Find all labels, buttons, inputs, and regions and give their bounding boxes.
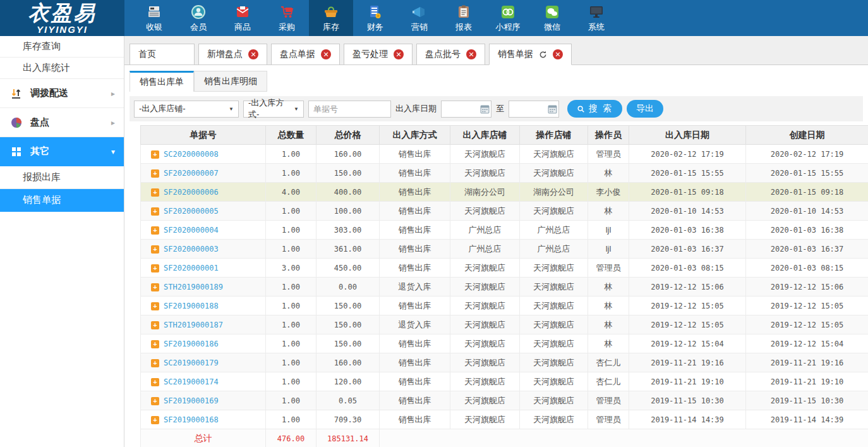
expand-row-icon[interactable]: + bbox=[151, 397, 159, 405]
table-row[interactable]: +SC20190001741.00120.00销售出库天河旗舰店天河旗舰店杏仁儿… bbox=[141, 372, 868, 391]
bill-link[interactable]: SC2020000008 bbox=[164, 150, 219, 159]
table-row[interactable]: +SF20200000013.00450.00销售出库天河旗舰店天河旗舰店管理员… bbox=[141, 259, 868, 278]
sidebar-item[interactable]: 库存查询 bbox=[0, 36, 124, 58]
store-select[interactable]: -出入库店铺- ▼ bbox=[134, 101, 239, 118]
sidebar-item[interactable]: 出入库统计 bbox=[0, 58, 124, 79]
method-select[interactable]: -出入库方式- ▼ bbox=[243, 101, 304, 118]
cell: 天河旗舰店 bbox=[450, 334, 520, 353]
table-row[interactable]: +SF20190001861.00150.00销售出库天河旗舰店天河旗舰店林20… bbox=[141, 334, 868, 353]
nav-item-marketing[interactable]: 营销 bbox=[397, 0, 442, 36]
sidebar-item[interactable]: 其它▾ bbox=[0, 137, 124, 166]
bill-link[interactable]: STH2019000187 bbox=[164, 321, 223, 329]
bill-link[interactable]: SF2020000004 bbox=[164, 226, 219, 235]
cell: 160.00 bbox=[316, 145, 380, 164]
expand-row-icon[interactable]: + bbox=[151, 169, 159, 178]
bill-link[interactable]: SF2020000006 bbox=[164, 188, 219, 197]
expand-row-icon[interactable]: + bbox=[151, 226, 159, 235]
tab-3[interactable]: 盈亏处理✕ bbox=[344, 44, 413, 64]
sidebar-item[interactable]: 调拨配送▸ bbox=[0, 79, 124, 108]
nav-item-wechat[interactable]: 微信 bbox=[530, 0, 574, 36]
nav-item-miniprogram[interactable]: 小程序 bbox=[486, 0, 530, 36]
expand-row-icon[interactable]: + bbox=[151, 359, 159, 367]
export-button[interactable]: 导出 bbox=[627, 100, 663, 118]
bill-link[interactable]: SF2019000169 bbox=[164, 396, 219, 405]
nav-item-cash-register[interactable]: 收银 bbox=[132, 0, 176, 36]
cell: 天河旗舰店 bbox=[520, 164, 588, 183]
expand-row-icon[interactable]: + bbox=[151, 340, 159, 348]
bill-link[interactable]: STH2019000189 bbox=[164, 283, 223, 291]
expand-row-icon[interactable]: + bbox=[151, 416, 159, 424]
bill-link[interactable]: SF2020000001 bbox=[164, 264, 219, 272]
nav-item-label: 收银 bbox=[146, 21, 162, 33]
table-row[interactable]: +STH20190001891.000.00退货入库天河旗舰店天河旗舰店林201… bbox=[141, 278, 868, 297]
table-row[interactable]: +SF20200000064.00400.00销售出库湖南分公司湖南分公司李小俊… bbox=[141, 183, 868, 202]
cell: +SF2020000001 bbox=[141, 259, 266, 278]
expand-row-icon[interactable]: + bbox=[151, 188, 159, 197]
sidebar-item[interactable]: 报损出库 bbox=[0, 166, 124, 189]
close-icon[interactable]: ✕ bbox=[321, 49, 331, 59]
sidebar-item[interactable]: 盘点▸ bbox=[0, 108, 124, 137]
cell: +SC2020000008 bbox=[141, 145, 266, 164]
expand-row-icon[interactable]: + bbox=[151, 283, 159, 291]
table-row[interactable]: +STH20190001871.00150.00退货入库天河旗舰店天河旗舰店林2… bbox=[141, 315, 868, 334]
bill-link[interactable]: SC2019000174 bbox=[164, 377, 219, 386]
cash-register-icon bbox=[146, 4, 162, 20]
tab-active[interactable]: 销售单据✕ bbox=[489, 44, 572, 65]
bill-link[interactable]: SF2020000007 bbox=[164, 169, 219, 178]
nav-item-label: 采购 bbox=[279, 21, 295, 33]
refresh-icon[interactable] bbox=[539, 51, 547, 59]
bill-link[interactable]: SC2019000179 bbox=[164, 358, 219, 367]
bill-link[interactable]: SF2019000188 bbox=[164, 302, 219, 310]
cell: 杏仁儿 bbox=[588, 372, 629, 391]
bill-link[interactable]: SF2019000186 bbox=[164, 340, 219, 348]
subtab-0[interactable]: 销售出库单 bbox=[130, 71, 194, 92]
cell: 天河旗舰店 bbox=[520, 278, 588, 297]
subtab-1[interactable]: 销售出库明细 bbox=[194, 71, 267, 92]
sidebar-item-label: 调拨配送 bbox=[30, 87, 68, 99]
main-content: 首页新增盘点✕盘点单据✕盈亏处理✕盘点批号✕销售单据✕ 销售出库单销售出库明细 … bbox=[124, 36, 868, 447]
tab-4[interactable]: 盘点批号✕ bbox=[416, 44, 485, 64]
nav-item-inventory[interactable]: 库存 bbox=[309, 0, 353, 36]
calendar-icon[interactable] bbox=[480, 104, 490, 114]
table-row[interactable]: +SF20190001881.00150.00销售出库天河旗舰店天河旗舰店林20… bbox=[141, 297, 868, 315]
close-icon[interactable]: ✕ bbox=[394, 49, 404, 59]
table-row[interactable]: +SF20200000041.00303.00销售出库广州总店广州总店ljl20… bbox=[141, 221, 868, 240]
sidebar-item[interactable]: 销售单据 bbox=[0, 189, 124, 212]
cell: 退货入库 bbox=[380, 315, 450, 334]
bill-link[interactable]: SF2020000003 bbox=[164, 245, 219, 254]
nav-item-purchase[interactable]: 采购 bbox=[265, 0, 309, 36]
expand-row-icon[interactable]: + bbox=[151, 245, 159, 254]
tab-0[interactable]: 首页 bbox=[130, 44, 195, 64]
nav-item-system[interactable]: 系统 bbox=[574, 0, 618, 36]
table-row[interactable]: +SF20200000031.00361.00销售出库广州总店广州总店ljl20… bbox=[141, 240, 868, 259]
nav-item-report[interactable]: 报表 bbox=[442, 0, 486, 36]
table-row[interactable]: +SF20190001681.00709.30销售出库天河旗舰店天河旗舰店管理员… bbox=[141, 410, 868, 429]
nav-item-finance[interactable]: 财务 bbox=[353, 0, 397, 36]
expand-row-icon[interactable]: + bbox=[151, 264, 159, 272]
table-row[interactable]: +SF20190001691.000.05销售出库天河旗舰店天河旗舰店管理员20… bbox=[141, 391, 868, 410]
close-icon[interactable]: ✕ bbox=[466, 49, 476, 59]
table-row[interactable]: +SC20200000081.00160.00销售出库天河旗舰店天河旗舰店管理员… bbox=[141, 145, 868, 164]
close-icon[interactable]: ✕ bbox=[248, 49, 258, 59]
nav-item-label: 会员 bbox=[190, 21, 207, 33]
table-row[interactable]: +SC20190001791.00160.00销售出库天河旗舰店天河旗舰店杏仁儿… bbox=[141, 353, 868, 372]
nav-item-goods[interactable]: 商品 bbox=[220, 0, 265, 36]
tab-1[interactable]: 新增盘点✕ bbox=[198, 44, 267, 64]
close-icon[interactable]: ✕ bbox=[553, 49, 563, 59]
expand-row-icon[interactable]: + bbox=[151, 302, 159, 310]
table-row[interactable]: +SF20200000071.00150.00销售出库天河旗舰店天河旗舰店林20… bbox=[141, 164, 868, 183]
pie-icon bbox=[10, 116, 23, 129]
expand-row-icon[interactable]: + bbox=[151, 207, 159, 216]
bill-no-input[interactable] bbox=[308, 101, 391, 118]
search-button[interactable]: 搜 索 bbox=[567, 100, 622, 118]
table-row[interactable]: +SF20200000051.00100.00销售出库天河旗舰店天河旗舰店林20… bbox=[141, 202, 868, 221]
cell: 2020-01-03 08:15 bbox=[746, 259, 868, 278]
tab-2[interactable]: 盘点单据✕ bbox=[271, 44, 340, 64]
expand-row-icon[interactable]: + bbox=[151, 378, 159, 386]
bill-link[interactable]: SF2020000005 bbox=[164, 207, 219, 216]
bill-link[interactable]: SF2019000168 bbox=[164, 415, 219, 424]
expand-row-icon[interactable]: + bbox=[151, 321, 159, 329]
nav-item-member[interactable]: 会员 bbox=[176, 0, 220, 36]
expand-row-icon[interactable]: + bbox=[151, 150, 159, 159]
calendar-icon[interactable] bbox=[548, 104, 557, 114]
